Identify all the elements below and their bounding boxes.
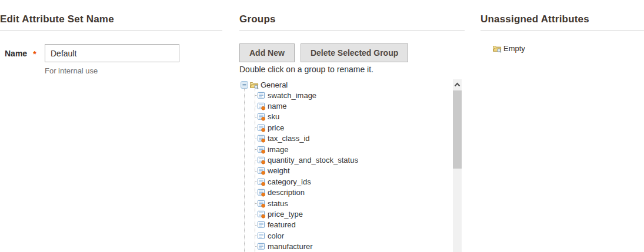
attribute-label: sku	[268, 112, 279, 121]
group-root-label: General	[261, 80, 288, 89]
add-new-button[interactable]: Add New	[239, 43, 295, 62]
tree-node-attribute[interactable]: swatch_image	[241, 90, 462, 100]
groups-button-row: Add New Delete Selected Group	[239, 43, 465, 62]
attribute-form-icon	[257, 231, 266, 240]
attribute-form-icon	[257, 242, 266, 251]
attribute-label: manufacturer	[268, 242, 313, 251]
tree-node-attribute[interactable]: quantity_and_stock_status	[241, 154, 462, 165]
attribute-set-edit-page: Edit Attribute Set Name Name * For inter…	[0, 0, 644, 252]
attribute-label: price_type	[268, 210, 303, 219]
attribute-form-icon	[257, 156, 266, 164]
attribute-form-icon	[257, 145, 266, 154]
edit-panel-title: Edit Attribute Set Name	[0, 0, 222, 25]
attribute-form-icon	[257, 112, 266, 121]
system-dot	[262, 106, 265, 110]
name-input[interactable]	[45, 44, 179, 62]
tree-node-attribute[interactable]: price_type	[241, 209, 462, 219]
attribute-label: description	[268, 188, 305, 197]
system-dot	[262, 150, 265, 153]
system-dot	[262, 182, 265, 186]
tree-node-attribute[interactable]: weight	[241, 166, 462, 176]
unassigned-empty-node: Empty	[481, 43, 644, 53]
tree-node-attribute[interactable]: tax_class_id	[241, 133, 462, 144]
collapse-minus-icon[interactable]	[241, 81, 248, 89]
unassigned-attributes-panel: Unassigned Attributes Empty	[481, 0, 644, 53]
groups-panel: Groups Add New Delete Selected Group Dou…	[239, 0, 465, 252]
attribute-label: image	[268, 145, 288, 154]
unassigned-empty-label: Empty	[503, 44, 525, 53]
attribute-label: name	[268, 102, 287, 110]
attribute-form-icon	[257, 134, 266, 143]
tree-node-attribute[interactable]: manufacturer	[241, 241, 462, 251]
system-dot	[262, 172, 265, 175]
scrollbar-up-button[interactable]	[453, 79, 462, 89]
unassigned-panel-title: Unassigned Attributes	[481, 0, 644, 25]
attribute-form-icon	[257, 102, 266, 110]
system-dot	[262, 117, 265, 121]
attribute-form-icon	[257, 188, 266, 197]
attribute-form-icon	[257, 177, 266, 186]
group-attributes-list: swatch_image name sku price tax_class_id…	[241, 90, 462, 252]
tree-node-general[interactable]: General	[241, 79, 462, 90]
chevron-up-icon	[454, 82, 461, 87]
attribute-form-icon	[257, 166, 266, 175]
attribute-label: tax_class_id	[268, 134, 310, 143]
attribute-label: featured	[268, 220, 296, 229]
tree-node-attribute[interactable]: status	[241, 198, 462, 209]
tree-node-attribute[interactable]: price	[241, 122, 462, 133]
delete-selected-group-button[interactable]: Delete Selected Group	[301, 43, 408, 62]
system-dot	[262, 160, 265, 164]
tree-node-attribute[interactable]: color	[241, 230, 462, 241]
divider	[0, 31, 222, 31]
system-dot	[262, 193, 265, 197]
edit-attribute-set-panel: Edit Attribute Set Name Name * For inter…	[0, 0, 222, 75]
attribute-label: swatch_image	[268, 91, 316, 100]
attribute-form-icon	[257, 199, 266, 208]
groups-hint: Double click on a group to rename it.	[239, 65, 465, 74]
folder-search-icon	[249, 80, 259, 89]
name-field-label: Name *	[0, 48, 45, 59]
attribute-label: category_ids	[268, 177, 311, 186]
tree-node-attribute[interactable]: description	[241, 187, 462, 198]
name-label-text: Name	[5, 49, 27, 58]
required-asterisk: *	[33, 48, 36, 59]
divider	[481, 31, 644, 31]
attribute-label: price	[268, 123, 284, 132]
name-field-row: Name *	[0, 44, 222, 62]
attribute-label: status	[268, 199, 288, 208]
groups-panel-title: Groups	[239, 0, 465, 25]
tree-node-attribute[interactable]: name	[241, 100, 462, 111]
tree-node-attribute[interactable]: image	[241, 144, 462, 154]
groups-tree-viewport: General swatch_image name sku price	[239, 78, 462, 252]
system-dot	[262, 204, 265, 207]
attribute-label: quantity_and_stock_status	[268, 156, 358, 164]
system-dot	[262, 128, 265, 132]
attribute-form-icon	[257, 123, 266, 132]
folder-search-icon	[492, 43, 502, 53]
system-dot	[262, 214, 265, 218]
attribute-form-icon	[257, 210, 266, 219]
attribute-form-icon	[257, 91, 266, 100]
attribute-label: weight	[268, 166, 290, 175]
tree-node-attribute[interactable]: featured	[241, 220, 462, 230]
attribute-label: color	[268, 231, 284, 240]
attribute-form-icon	[257, 220, 266, 229]
system-dot	[262, 139, 265, 143]
tree-node-attribute[interactable]: category_ids	[241, 176, 462, 187]
divider	[239, 31, 465, 31]
name-field-hint: For internal use	[45, 66, 222, 75]
tree-node-attribute[interactable]: sku	[241, 112, 462, 122]
